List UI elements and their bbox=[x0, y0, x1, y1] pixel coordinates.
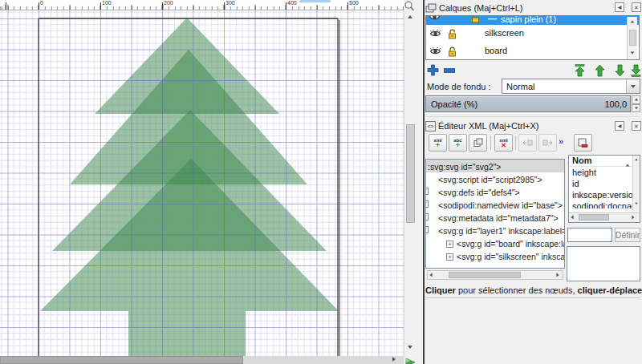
xml-node-row[interactable]: +<svg:g id="silkscreen" inkscape:lab bbox=[426, 249, 564, 262]
canvas-corner-grip[interactable] bbox=[404, 355, 417, 364]
status-text: pour sélectionner des nœuds, bbox=[456, 285, 578, 295]
new-element-node-button[interactable]: xml+ bbox=[429, 134, 447, 152]
expander-icon[interactable]: + bbox=[446, 253, 453, 261]
delete-attribute-button[interactable] bbox=[574, 134, 592, 152]
layers-list[interactable]: — sapin plein (1) silkscreen bbox=[425, 15, 640, 60]
layers-icon bbox=[425, 3, 437, 13]
attributes-header-label: Nom bbox=[572, 156, 591, 165]
horizontal-scrollbar[interactable] bbox=[0, 356, 404, 364]
layer-row[interactable]: board bbox=[426, 42, 639, 60]
canvas[interactable] bbox=[0, 10, 404, 356]
vertical-scrollbar[interactable] bbox=[404, 10, 416, 356]
attributes-table[interactable]: Nom heightidinkscape:versionsodipodi:doc… bbox=[568, 155, 640, 223]
page-shadow bbox=[339, 20, 340, 356]
scroll-down-icon[interactable] bbox=[408, 346, 412, 349]
xml-node-row[interactable]: +<svg:g id="board" inkscape:label= bbox=[426, 237, 564, 249]
horizontal-scrollbar-thumb[interactable] bbox=[0, 356, 243, 364]
layer-row-selected[interactable]: — sapin plein (1) bbox=[426, 16, 639, 25]
scroll-down-icon[interactable] bbox=[630, 51, 635, 55]
attributes-header[interactable]: Nom bbox=[569, 156, 640, 167]
status-text: Cliquer bbox=[425, 285, 456, 295]
xml-node-row[interactable]: <sodipodi:namedview id="base"> bbox=[426, 198, 564, 211]
dropdown-arrow-icon[interactable] bbox=[626, 79, 640, 93]
attributes-vscrollbar[interactable] bbox=[632, 156, 640, 212]
attribute-row[interactable]: id bbox=[569, 178, 640, 189]
xml-node-text: :svg:svg id="svg2"> bbox=[428, 162, 502, 172]
layers-panel-undock-button[interactable]: ◀ bbox=[615, 2, 624, 12]
xml-node-row[interactable]: <svg:defs id="defs4"> bbox=[426, 185, 564, 198]
xml-node-text: <svg:g id="layer1" inkscape:label="sa bbox=[438, 226, 564, 236]
indent-node-button[interactable] bbox=[538, 134, 557, 152]
spin-up-icon[interactable] bbox=[632, 95, 640, 104]
attributes-hscrollbar-thumb[interactable] bbox=[579, 214, 609, 220]
delete-node-button[interactable]: xml✕ bbox=[494, 134, 513, 152]
xml-panel-undock-button[interactable]: ◀ bbox=[615, 121, 624, 131]
xml-tree-hscrollbar-thumb[interactable] bbox=[449, 272, 521, 278]
vertical-scrollbar-thumb[interactable] bbox=[406, 124, 415, 223]
new-text-node-button[interactable]: abc+ bbox=[449, 134, 467, 152]
layer-lock-icon[interactable] bbox=[448, 47, 457, 57]
status-text: cliquer-déplacer bbox=[578, 285, 642, 295]
xml-tree-hscrollbar[interactable] bbox=[427, 270, 563, 280]
layers-scrollbar-thumb[interactable] bbox=[629, 30, 636, 46]
opacity-spinner[interactable] bbox=[632, 95, 640, 112]
xml-node-row[interactable]: <svg:g id="layer1" inkscape:label="sa bbox=[426, 224, 564, 237]
attribute-row[interactable]: sodipodi:docnam bbox=[569, 200, 640, 208]
scroll-left-icon[interactable] bbox=[571, 215, 574, 220]
layer-visibility-icon[interactable] bbox=[429, 16, 441, 21]
raise-layer-button[interactable] bbox=[595, 64, 605, 77]
xml-node-row[interactable]: :svg:svg id="svg2"> bbox=[426, 160, 564, 172]
unindent-node-button[interactable] bbox=[518, 134, 537, 152]
xml-panel-close-button[interactable]: ✕ bbox=[632, 121, 641, 131]
layer-dash: — bbox=[488, 16, 497, 23]
attribute-row[interactable]: height bbox=[569, 167, 640, 178]
layers-panel-close-button[interactable]: ✕ bbox=[632, 2, 641, 12]
dock-separator bbox=[423, 0, 425, 364]
lower-layer-button[interactable] bbox=[615, 64, 625, 77]
xml-node-text: <svg:defs id="defs4"> bbox=[438, 188, 520, 197]
layer-visibility-icon[interactable] bbox=[429, 30, 441, 38]
scroll-up-icon[interactable] bbox=[634, 158, 639, 161]
opacity-label: Opacité (%) bbox=[431, 99, 604, 109]
duplicate-node-button[interactable] bbox=[469, 134, 487, 152]
spin-down-icon[interactable] bbox=[632, 104, 640, 113]
layers-list-scrollbar[interactable] bbox=[627, 17, 637, 59]
layer-lock-icon[interactable] bbox=[448, 29, 457, 39]
layer-lock-icon[interactable] bbox=[471, 16, 481, 23]
blend-mode-select[interactable]: Normal bbox=[502, 79, 640, 94]
scroll-up-icon[interactable] bbox=[408, 15, 412, 18]
scroll-up-icon[interactable] bbox=[630, 20, 635, 23]
scroll-down-icon[interactable] bbox=[634, 202, 639, 205]
expander-clipped-icon bbox=[426, 226, 429, 233]
scroll-right-icon[interactable] bbox=[632, 215, 635, 220]
define-button[interactable]: Définir bbox=[615, 228, 640, 242]
ruler-label: 500 bbox=[349, 0, 359, 6]
xml-node-text: <svg:script id="script2985"> bbox=[438, 175, 542, 184]
xml-node-row[interactable]: <svg:metadata id="metadata7"> bbox=[426, 211, 564, 224]
remove-layer-button[interactable] bbox=[444, 68, 455, 73]
xml-node-text: <svg:g id="board" inkscape:label= bbox=[457, 239, 564, 249]
horizontal-ruler[interactable]: 0100200300400500 bbox=[0, 0, 404, 10]
attribute-name-input[interactable] bbox=[567, 228, 612, 242]
scroll-right-icon[interactable] bbox=[392, 357, 396, 362]
toolbar-overflow-button[interactable]: » bbox=[559, 136, 563, 146]
xml-editor-icon: <> bbox=[425, 121, 436, 131]
attribute-value-box[interactable] bbox=[567, 246, 640, 281]
layer-name: board bbox=[485, 46, 507, 55]
add-layer-button[interactable] bbox=[427, 64, 439, 76]
zoom-corner-icon[interactable] bbox=[403, 0, 416, 10]
lower-to-bottom-button[interactable] bbox=[631, 64, 641, 77]
attribute-row[interactable]: inkscape:version bbox=[569, 189, 640, 200]
scroll-left-icon[interactable] bbox=[429, 273, 433, 277]
opacity-slider[interactable]: Opacité (%) 100,0 bbox=[425, 95, 631, 112]
raise-to-top-button[interactable] bbox=[575, 64, 585, 77]
scroll-right-icon[interactable] bbox=[556, 273, 559, 277]
layer-visibility-icon[interactable] bbox=[429, 47, 441, 55]
xml-node-row[interactable]: <svg:script id="script2985"> bbox=[426, 172, 564, 185]
layer-row[interactable]: silkscreen bbox=[426, 25, 639, 42]
layers-panel-title: Calques (Maj+Ctrl+L) bbox=[439, 3, 523, 13]
xml-tree[interactable]: :svg:svg id="svg2"><svg:script id="scrip… bbox=[425, 159, 565, 269]
expander-clipped-icon bbox=[426, 200, 429, 208]
expander-icon[interactable]: + bbox=[446, 241, 453, 248]
attributes-hscrollbar[interactable] bbox=[569, 212, 640, 222]
